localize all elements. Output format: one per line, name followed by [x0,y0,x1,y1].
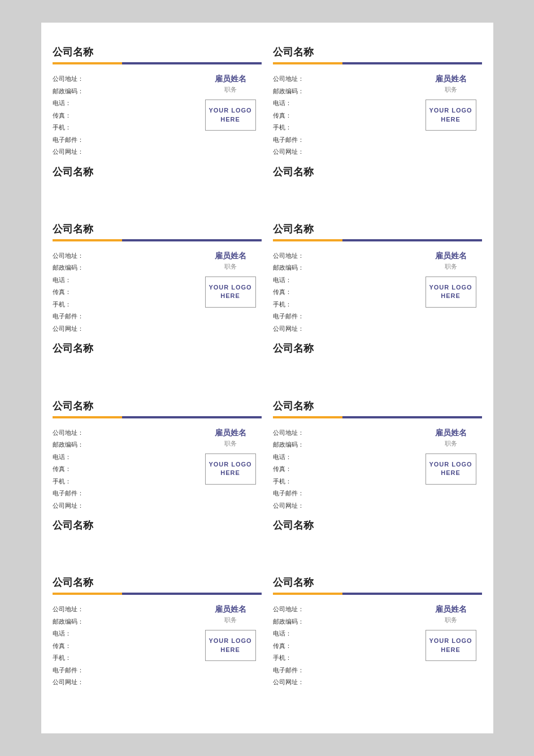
card-header: 公司名称 [273,40,482,74]
info-row: 电子邮件： [53,312,194,321]
card-body: 公司地址：邮政编码：电话：传真：手机：电子邮件：公司网址：雇员姓名职务YOUR … [53,428,262,513]
info-row: 邮政编码： [273,87,414,96]
card-body: 公司地址：邮政编码：电话：传真：手机：电子邮件：公司网址：雇员姓名职务YOUR … [273,428,482,513]
company-title-top: 公司名称 [273,576,482,589]
info-row: 传真： [273,464,414,474]
company-title-top: 公司名称 [53,399,262,413]
business-card-5: 公司名称公司地址：邮政编码：电话：传真：手机：电子邮件：公司网址：雇员姓名职务Y… [53,394,262,559]
employee-name: 雇员姓名 [215,251,246,261]
employee-name: 雇员姓名 [435,428,467,438]
info-row: 公司地址： [53,604,194,614]
card-info-column: 公司地址：邮政编码：电话：传真：手机：电子邮件：公司网址： [273,251,414,336]
info-row: 公司网址： [53,501,194,511]
employee-title: 职务 [224,616,237,624]
info-row: 公司地址： [273,428,414,438]
business-card-7: 公司名称公司地址：邮政编码：电话：传真：手机：电子邮件：公司网址：雇员姓名职务Y… [53,570,262,716]
divider-bar [273,416,482,418]
info-row: 公司网址： [53,147,194,157]
card-header: 公司名称 [53,217,262,251]
info-row: 手机： [273,477,414,486]
divider-purple [122,239,262,241]
card-footer: 公司名称 [273,519,482,532]
logo-text: YOUR LOGO HERE [209,460,251,478]
info-row: 公司地址： [273,251,414,261]
info-row: 公司地址： [53,428,194,438]
card-body: 公司地址：邮政编码：电话：传真：手机：电子邮件：公司网址：雇员姓名职务YOUR … [53,604,262,690]
employee-title: 职务 [445,85,457,94]
divider-yellow [53,239,122,241]
info-row: 邮政编码： [53,440,194,450]
logo-box: YOUR LOGO HERE [426,453,476,485]
info-row: 传真： [273,111,414,120]
info-row: 电子邮件： [53,135,194,145]
divider-purple [342,239,482,241]
employee-name: 雇员姓名 [215,74,246,84]
card-header: 公司名称 [53,570,262,604]
logo-box: YOUR LOGO HERE [426,277,476,308]
logo-text: YOUR LOGO HERE [429,106,472,124]
card-footer: 公司名称 [273,342,482,355]
employee-title: 职务 [224,439,237,448]
info-row: 手机： [273,123,414,132]
divider-yellow [53,593,122,595]
employee-title: 职务 [445,262,457,271]
card-info-column: 公司地址：邮政编码：电话：传真：手机：电子邮件：公司网址： [53,251,194,336]
info-row: 电话： [273,452,414,462]
page-container: 公司名称公司地址：邮政编码：电话：传真：手机：电子邮件：公司网址：雇员姓名职务Y… [41,23,493,733]
divider-bar [53,593,262,595]
info-row: 邮政编码： [273,617,414,627]
info-row: 传真： [273,287,414,297]
logo-box: YOUR LOGO HERE [426,630,476,661]
info-row: 公司网址： [273,324,414,334]
card-header: 公司名称 [273,570,482,604]
info-row: 手机： [53,300,194,309]
info-row: 邮政编码： [53,617,194,627]
company-name-bottom: 公司名称 [273,519,482,532]
card-footer: 公司名称 [53,342,262,355]
card-right-column: 雇员姓名职务YOUR LOGO HERE [420,251,482,336]
card-body: 公司地址：邮政编码：电话：传真：手机：电子邮件：公司网址：雇员姓名职务YOUR … [53,251,262,336]
info-row: 公司网址： [273,677,414,687]
employee-name: 雇员姓名 [435,74,467,84]
business-card-6: 公司名称公司地址：邮政编码：电话：传真：手机：电子邮件：公司网址：雇员姓名职务Y… [273,394,482,559]
card-header: 公司名称 [53,394,262,428]
info-row: 手机： [53,653,194,663]
employee-name: 雇员姓名 [435,604,467,615]
logo-text: YOUR LOGO HERE [429,460,472,478]
company-title-top: 公司名称 [273,399,482,413]
info-row: 传真： [53,464,194,474]
info-row: 电话： [53,98,194,108]
card-header: 公司名称 [273,394,482,428]
company-title-top: 公司名称 [53,576,262,589]
company-name-bottom: 公司名称 [273,165,482,179]
card-right-column: 雇员姓名职务YOUR LOGO HERE [420,428,482,513]
company-title-top: 公司名称 [53,222,262,236]
info-row: 传真： [273,641,414,651]
divider-bar [273,239,482,241]
divider-purple [122,416,262,418]
card-body: 公司地址：邮政编码：电话：传真：手机：电子邮件：公司网址：雇员姓名职务YOUR … [53,74,262,159]
card-header: 公司名称 [273,217,482,251]
card-footer: 公司名称 [53,165,262,179]
divider-yellow [273,239,342,241]
card-right-column: 雇员姓名职务YOUR LOGO HERE [420,74,482,159]
logo-box: YOUR LOGO HERE [205,100,256,131]
logo-box: YOUR LOGO HERE [205,630,256,661]
employee-title: 职务 [445,439,457,448]
card-body: 公司地址：邮政编码：电话：传真：手机：电子邮件：公司网址：雇员姓名职务YOUR … [273,74,482,159]
info-row: 电话： [53,452,194,462]
card-right-column: 雇员姓名职务YOUR LOGO HERE [199,604,262,690]
divider-yellow [273,416,342,418]
info-row: 电话： [273,98,414,108]
divider-bar [53,416,262,418]
info-row: 电话： [53,275,194,285]
info-row: 传真： [53,287,194,297]
info-row: 邮政编码： [53,263,194,273]
info-row: 公司网址： [53,324,194,334]
info-row: 电子邮件： [273,312,414,321]
divider-purple [342,62,482,64]
logo-text: YOUR LOGO HERE [209,283,251,301]
card-body: 公司地址：邮政编码：电话：传真：手机：电子邮件：公司网址：雇员姓名职务YOUR … [273,251,482,336]
info-row: 电话： [273,629,414,638]
divider-yellow [273,593,342,595]
